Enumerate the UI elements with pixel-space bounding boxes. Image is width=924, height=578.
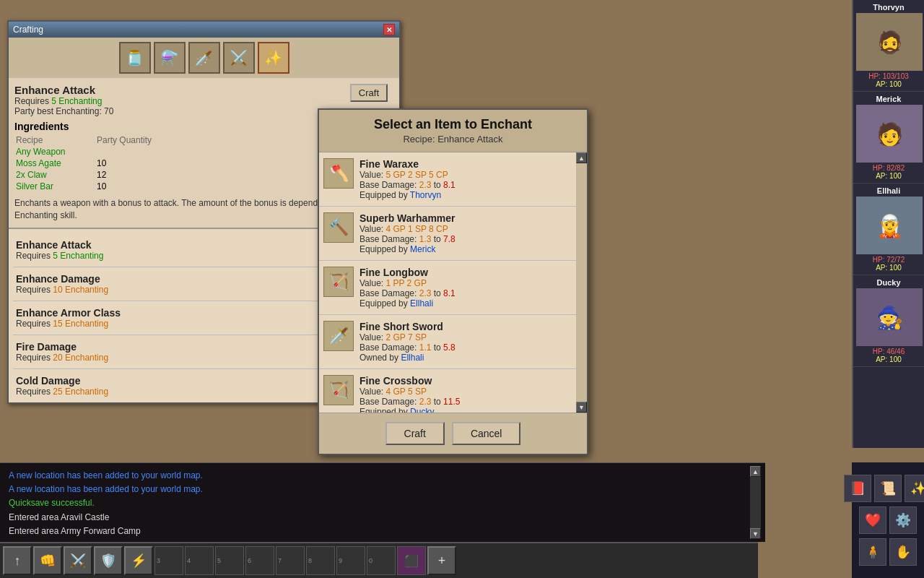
tab-enchanting[interactable]: ✨	[258, 42, 289, 74]
member-name-thorvyn: Thorvyn	[856, 3, 921, 12]
rb-row-third: 🧍 ✋	[859, 538, 917, 566]
toolbar-slot-4[interactable]: 4	[185, 546, 214, 575]
rb-magic[interactable]: ✨	[905, 475, 924, 502]
crafting-titlebar: Crafting ✕	[9, 22, 399, 38]
close-button[interactable]: ✕	[383, 24, 395, 35]
log-line-0: A new location has been added to your wo…	[9, 469, 746, 483]
item-name-2: Fine Longbow	[359, 267, 572, 278]
dialog-cancel-button[interactable]: Cancel	[452, 422, 521, 445]
recipe-enhance-attack[interactable]: Enhance Attack Requires 5 Enchanting	[13, 233, 321, 267]
member-name-ducky: Ducky	[856, 278, 921, 287]
party-member-thorvyn[interactable]: Thorvyn 🧔 HP: 103/103 AP: 100	[853, 0, 924, 92]
merick-hp: HP: 82/82	[856, 164, 921, 172]
log-line-5: Entered area Aravil Merchant District	[9, 538, 746, 539]
bottom-toolbar: ↑ 👊 ⚔️ 🛡️ ⚡ 3 4 5 6 7 8 9 0 ⬛ +	[0, 542, 758, 578]
ing-name-3: Silver Bar	[16, 181, 53, 191]
item-value-0: Value: 5 GP 2 SP 5 CP	[359, 170, 572, 180]
right-bottom-panel: 📕 📜 ✨ ❤️ ⚙️ 🧍 ✋	[852, 462, 924, 578]
dialog-header: Select an Item to Enchant Recipe: Enhanc…	[319, 110, 587, 152]
recipe-enhance-ac[interactable]: Enhance Armor Class Requires 15 Enchanti…	[13, 301, 321, 335]
dialog-scroll-up[interactable]: ▲	[576, 152, 587, 163]
select-item-dialog: Select an Item to Enchant Recipe: Enhanc…	[318, 108, 588, 455]
toolbar-scroll-up[interactable]: ↑	[3, 546, 32, 575]
toolbar-slot-0[interactable]: 0	[367, 546, 396, 575]
game-log: A new location has been added to your wo…	[0, 462, 765, 542]
recipe-req-4: Requires 25 Enchanting	[16, 387, 318, 397]
recipe-cold-damage[interactable]: Cold Damage Requires 25 Enchanting	[13, 369, 321, 402]
rb-map[interactable]: 📜	[874, 475, 902, 502]
party-member-ellhali[interactable]: Ellhali 🧝 HP: 72/72 AP: 100	[853, 184, 924, 275]
tab-weapons[interactable]: 🗡️	[188, 42, 220, 74]
recipe-title-3: Fire Damage	[16, 341, 318, 353]
dialog-title: Select an Item to Enchant	[326, 117, 580, 132]
item-fine-crossbow[interactable]: 🏹 Fine Crossbow Value: 4 GP 5 SP Base Da…	[319, 369, 576, 413]
merick-ap: AP: 100	[856, 172, 921, 180]
rb-hand[interactable]: ✋	[889, 538, 917, 566]
rb-book[interactable]: 📕	[844, 475, 871, 502]
item-icon-0: 🪓	[323, 158, 354, 189]
toolbar-slot-9[interactable]: 9	[336, 546, 365, 575]
member-stats-merick: HP: 82/82 AP: 100	[856, 164, 921, 180]
item-owner-2: Equipped by Ellhali	[359, 298, 572, 309]
toolbar-shield[interactable]: 🛡️	[94, 546, 123, 575]
toolbar-add[interactable]: +	[427, 546, 456, 575]
col-recipe: Recipe	[16, 135, 95, 145]
rb-heart[interactable]: ❤️	[859, 506, 886, 534]
recipe-enhance-damage[interactable]: Enhance Damage Requires 10 Enchanting	[13, 267, 321, 301]
party-panel: Thorvyn 🧔 HP: 103/103 AP: 100 Merick 🧑 H…	[852, 0, 924, 448]
item-info-0: Fine Waraxe Value: 5 GP 2 SP 5 CP Base D…	[359, 158, 572, 200]
req-label: Requires	[14, 96, 51, 106]
item-superb-warhammer[interactable]: 🔨 Superb Warhammer Value: 4 GP 1 SP 8 CP…	[319, 207, 576, 261]
log-line-2: Quicksave successful.	[9, 496, 746, 510]
item-owner-4: Equipped by Ducky	[359, 407, 572, 413]
log-scroll-down[interactable]: ▼	[750, 528, 761, 539]
dialog-scrollbar[interactable]: ▲ ▼	[576, 152, 587, 413]
ellhali-ap: AP: 100	[856, 264, 921, 272]
dialog-craft-button[interactable]: Craft	[385, 422, 445, 445]
item-value-2: Value: 1 PP 2 GP	[359, 278, 572, 288]
tab-alchemy[interactable]: ⚗️	[154, 42, 186, 74]
log-scrollbar[interactable]: ▲ ▼	[750, 466, 761, 539]
rb-gear[interactable]: ⚙️	[889, 506, 917, 534]
toolbar-slot-8[interactable]: 8	[306, 546, 335, 575]
item-name-0: Fine Waraxe	[359, 158, 572, 170]
item-owner-0: Equipped by Thorvyn	[359, 190, 572, 200]
toolbar-attack[interactable]: 👊	[33, 546, 62, 575]
toolbar-spell[interactable]: ⚡	[124, 546, 153, 575]
item-info-3: Fine Short Sword Value: 2 GP 7 SP Base D…	[359, 321, 572, 363]
item-icon-3: 🗡️	[323, 321, 354, 351]
dialog-scroll-down[interactable]: ▼	[576, 402, 587, 413]
craft-button-top[interactable]: Craft	[350, 84, 388, 102]
recipe-fire-damage[interactable]: Fire Damage Requires 20 Enchanting	[13, 335, 321, 369]
tab-potions[interactable]: 🫙	[119, 42, 151, 74]
ducky-ap: AP: 100	[856, 355, 921, 363]
rb-person[interactable]: 🧍	[859, 538, 886, 566]
ing-name-2: 2x Claw	[16, 170, 47, 180]
toolbar-slot-5[interactable]: 5	[215, 546, 244, 575]
toolbar-potion[interactable]: ⬛	[397, 546, 426, 575]
member-stats-thorvyn: HP: 103/103 AP: 100	[856, 72, 921, 88]
toolbar-slot-3[interactable]: 3	[154, 546, 183, 575]
log-content: A new location has been added to your wo…	[4, 466, 750, 539]
log-scroll-up[interactable]: ▲	[750, 466, 761, 477]
item-fine-short-sword[interactable]: 🗡️ Fine Short Sword Value: 2 GP 7 SP Bas…	[319, 315, 576, 369]
tab-combat[interactable]: ⚔️	[223, 42, 255, 74]
dialog-items-list: 🪓 Fine Waraxe Value: 5 GP 2 SP 5 CP Base…	[319, 152, 576, 413]
item-value-4: Value: 4 GP 5 SP	[359, 387, 572, 397]
toolbar-slot-7[interactable]: 7	[276, 546, 305, 575]
item-fine-longbow[interactable]: 🏹 Fine Longbow Value: 1 PP 2 GP Base Dam…	[319, 261, 576, 315]
toolbar-sword[interactable]: ⚔️	[64, 546, 92, 575]
toolbar-slot-6[interactable]: 6	[245, 546, 274, 575]
party-member-merick[interactable]: Merick 🧑 HP: 82/82 AP: 100	[853, 92, 924, 184]
selected-recipe-name: Enhance Attack	[14, 84, 393, 96]
member-name-merick: Merick	[856, 95, 921, 103]
thorvyn-hp: HP: 103/103	[856, 72, 921, 80]
member-portrait-ducky: 🧙	[856, 288, 923, 346]
thorvyn-ap: AP: 100	[856, 80, 921, 88]
item-fine-waraxe[interactable]: 🪓 Fine Waraxe Value: 5 GP 2 SP 5 CP Base…	[319, 152, 576, 207]
party-member-ducky[interactable]: Ducky 🧙 HP: 46/46 AP: 100	[853, 275, 924, 367]
item-info-2: Fine Longbow Value: 1 PP 2 GP Base Damag…	[359, 267, 572, 309]
log-line-1: A new location has been added to your wo…	[9, 483, 746, 496]
item-name-1: Superb Warhammer	[359, 212, 572, 224]
recipe-title-2: Enhance Armor Class	[16, 307, 318, 319]
